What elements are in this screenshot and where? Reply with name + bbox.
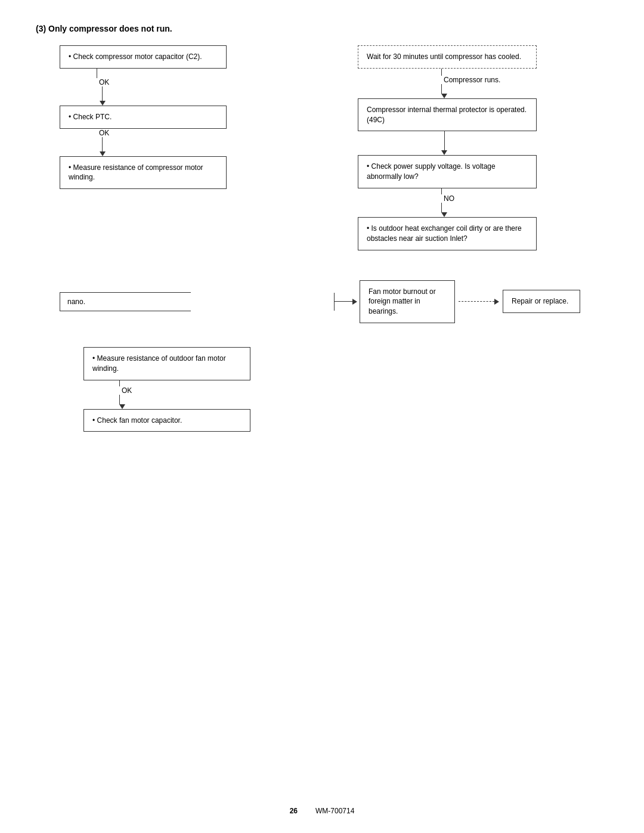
bottom-box-2: • Check fan motor capacitor. xyxy=(83,409,250,432)
bottom-box-1: • Measure resistance of outdoor fan moto… xyxy=(83,347,250,380)
section-title: (3) Only compressor does not run. xyxy=(36,24,608,33)
left-box-2: • Check PTC. xyxy=(60,106,227,129)
mid-right: Fan motor burnout or foreign matter in b… xyxy=(322,280,608,323)
mid-left-box: nano. xyxy=(67,298,85,306)
right-box-1: Wait for 30 minutes until compressor has… xyxy=(358,45,537,69)
right-box-3: • Check power supply voltage. Is voltage… xyxy=(358,155,537,188)
bottom-flowchart: • Measure resistance of outdoor fan moto… xyxy=(36,347,608,432)
main-flowchart: • Check compressor motor capacitor (C2).… xyxy=(36,45,608,250)
left-column: • Check compressor motor capacitor (C2).… xyxy=(36,45,322,250)
mid-right-box1: Fan motor burnout or foreign matter in b… xyxy=(360,280,455,323)
right-box-4: • Is outdoor heat exchanger coil dirty o… xyxy=(358,217,537,250)
mid-right-box2: Repair or replace. xyxy=(503,290,580,313)
left-box-1: • Check compressor motor capacitor (C2). xyxy=(60,45,227,69)
mid-left: nano. xyxy=(36,292,322,311)
footer: 26 WM-700714 xyxy=(36,807,608,815)
mid-flowchart: nano. Fan motor burnout or foreign matt xyxy=(36,280,608,323)
page-number: 26 xyxy=(290,807,298,815)
doc-number: WM-700714 xyxy=(315,807,354,815)
left-box-3: • Measure resistance of compressor motor… xyxy=(60,156,227,190)
right-box-2: Compressor internal thermal protector is… xyxy=(358,98,537,132)
page: (3) Only compressor does not run. • Chec… xyxy=(0,0,644,833)
right-column: Wait for 30 minutes until compressor has… xyxy=(322,45,608,250)
